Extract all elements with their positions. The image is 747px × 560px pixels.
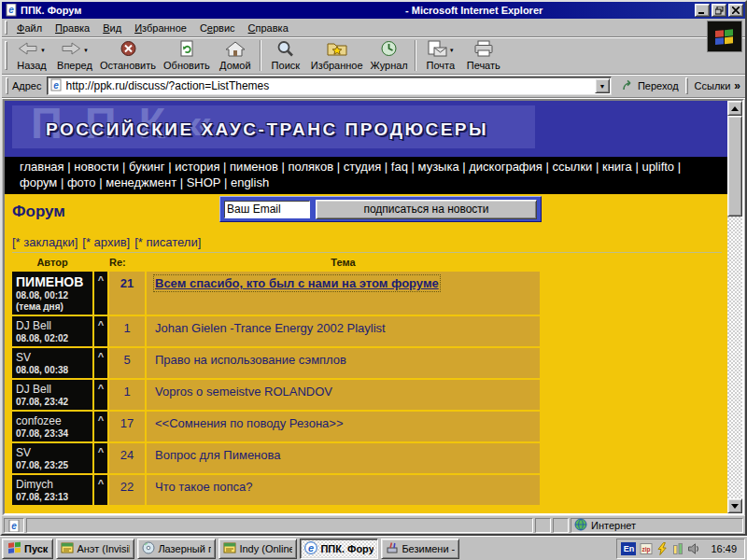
topic-link[interactable]: Право на использование сэмплов [155, 353, 346, 367]
chevron-down-icon[interactable]: ▼ [449, 48, 455, 53]
author-cell[interactable]: DJ Bell07.08, 23:42 [12, 380, 92, 410]
nav-link-english[interactable]: english [231, 175, 269, 189]
language-indicator[interactable]: En [621, 542, 636, 555]
author-name[interactable]: DJ Bell [16, 383, 89, 396]
избранное-button[interactable]: Избранное [307, 38, 367, 73]
taskbar-task[interactable]: Безимени - Paint [381, 539, 459, 559]
address-field[interactable]: e http://ppk.ru/discuss/?action=ListThem… [47, 77, 612, 95]
lightning-icon[interactable] [655, 541, 669, 555]
minimize-button[interactable] [695, 4, 710, 17]
collapse-caret[interactable]: ^ [94, 443, 107, 473]
menu-grip[interactable] [5, 21, 7, 35]
taskbar-task[interactable]: eППК. Форум... [300, 539, 378, 559]
author-cell[interactable]: Dimych07.08, 23:13 [12, 475, 92, 505]
topic-link[interactable]: Что такое попса? [155, 480, 253, 494]
taskbar-task[interactable]: Анэт (Invisible) -... [56, 539, 134, 559]
collapse-caret[interactable]: ^ [94, 475, 107, 505]
close-button[interactable] [728, 4, 743, 17]
menu-item[interactable]: Вид [96, 21, 128, 35]
url-text[interactable]: http://ppk.ru/discuss/?action=ListThemes [66, 79, 591, 92]
quick-link[interactable]: [* закладки] [12, 235, 78, 249]
topic-link[interactable]: Всем спасибо, кто был с нами на этом фор… [155, 276, 439, 290]
menu-item[interactable]: Избранное [128, 21, 193, 35]
author-name[interactable]: confozee [16, 414, 89, 427]
collapse-caret[interactable]: ^ [94, 348, 107, 378]
collapse-caret[interactable]: ^ [94, 412, 107, 441]
restore-button[interactable] [712, 4, 726, 17]
chevron-right-icon[interactable]: » [734, 79, 740, 92]
topic-link[interactable]: Вопрос для Пименова [155, 448, 281, 462]
author-name[interactable]: Dimych [16, 478, 89, 491]
topic-link[interactable]: Johan Gielen -Trance Energy 2002 Playlis… [155, 321, 386, 335]
обновить-button[interactable]: Обновить [160, 38, 214, 73]
subscribe-button[interactable]: подписаться на новости [316, 200, 537, 219]
links-band[interactable]: Ссылки » [691, 77, 742, 95]
menu-item[interactable]: Файл [10, 21, 49, 35]
scroll-up-button[interactable] [727, 101, 742, 116]
start-button[interactable]: Пуск [2, 539, 53, 559]
nav-link-менеджмент[interactable]: менеджмент [106, 175, 176, 189]
author-cell[interactable]: DJ Bell08.08, 02:02 [12, 316, 92, 346]
menu-item[interactable]: Правка [49, 21, 96, 35]
chevron-down-icon[interactable]: ▼ [83, 48, 89, 53]
taskbar-task[interactable]: Лазерный прои... [137, 539, 216, 559]
vertical-scrollbar[interactable] [727, 101, 742, 513]
author-cell[interactable]: ПИМЕНОВ08.08, 00:12(тема дня) [12, 272, 92, 315]
nav-link-фото[interactable]: фото [67, 175, 96, 189]
cd-icon [142, 541, 155, 556]
назад-button[interactable]: ▼Назад [10, 38, 53, 73]
author-name[interactable]: SV [16, 446, 89, 459]
collapse-caret[interactable]: ^ [94, 316, 107, 346]
go-button[interactable]: Переход [616, 77, 684, 95]
nav-link-ссылки[interactable]: ссылки [552, 160, 592, 174]
email-input[interactable] [224, 201, 310, 218]
collapse-caret[interactable]: ^ [94, 380, 107, 410]
address-grip[interactable] [6, 77, 8, 93]
nav-link-форум[interactable]: форум [20, 175, 57, 189]
netdetect-icon[interactable] [670, 541, 684, 555]
nav-link-музыка[interactable]: музыка [418, 160, 459, 174]
toolbar-grip[interactable] [5, 41, 7, 70]
author-name[interactable]: DJ Bell [16, 319, 89, 332]
nav-link-uplifto[interactable]: uplifto [641, 160, 674, 174]
nav-link-пименов[interactable]: пименов [230, 160, 278, 174]
quick-link[interactable]: [* писатели] [134, 235, 201, 249]
nav-link-студия[interactable]: студия [344, 160, 382, 174]
topic-link[interactable]: <<Сомнения по поводу Резона>> [155, 416, 343, 430]
домой-button[interactable]: Домой [214, 38, 257, 73]
author-cell[interactable]: confozee07.08, 23:34 [12, 412, 92, 441]
почта-button[interactable]: ▼Почта [419, 38, 462, 73]
журнал-button[interactable]: Журнал [367, 38, 412, 73]
menu-item[interactable]: Справка [242, 21, 295, 35]
nav-link-история[interactable]: история [175, 160, 219, 174]
nav-link-букинг[interactable]: букинг [129, 160, 165, 174]
nav-link-SHOP[interactable]: SHOP [187, 175, 221, 189]
nav-link-книга[interactable]: книга [602, 160, 632, 174]
nav-link-поляков[interactable]: поляков [288, 160, 333, 174]
nav-link-главная[interactable]: главная [20, 160, 64, 174]
collapse-caret[interactable]: ^ [94, 272, 107, 315]
winzip-icon[interactable]: zip [639, 541, 653, 555]
topic-link[interactable]: Vopros o semeistve ROLANDOV [155, 385, 332, 399]
nav-link-дискография[interactable]: дискография [469, 160, 543, 174]
links-grip[interactable] [685, 77, 688, 93]
volume-icon[interactable] [686, 541, 700, 555]
author-cell[interactable]: SV07.08, 23:25 [12, 443, 92, 473]
author-cell[interactable]: SV08.08, 00:38 [12, 348, 92, 378]
вперед-button[interactable]: ▼Вперед [53, 38, 96, 73]
nav-link-новости[interactable]: новости [74, 160, 119, 174]
taskbar-task[interactable]: Indy (Online) - M... [218, 539, 297, 559]
address-dropdown-button[interactable]: ▼ [595, 78, 610, 93]
nav-link-faq[interactable]: faq [391, 160, 408, 174]
поиск-button[interactable]: Поиск [264, 38, 307, 73]
author-name[interactable]: SV [16, 351, 89, 364]
остановить-button[interactable]: Остановить [96, 38, 160, 73]
quick-link[interactable]: [* архив] [82, 235, 130, 249]
scroll-down-button[interactable] [727, 498, 742, 513]
печать-button[interactable]: Печать [462, 38, 505, 73]
chevron-down-icon[interactable]: ▼ [40, 48, 46, 53]
author-name[interactable]: ПИМЕНОВ [16, 274, 89, 289]
scrollbar-track[interactable] [727, 217, 742, 498]
scrollbar-thumb[interactable] [727, 116, 742, 217]
menu-item[interactable]: Сервис [193, 21, 242, 35]
